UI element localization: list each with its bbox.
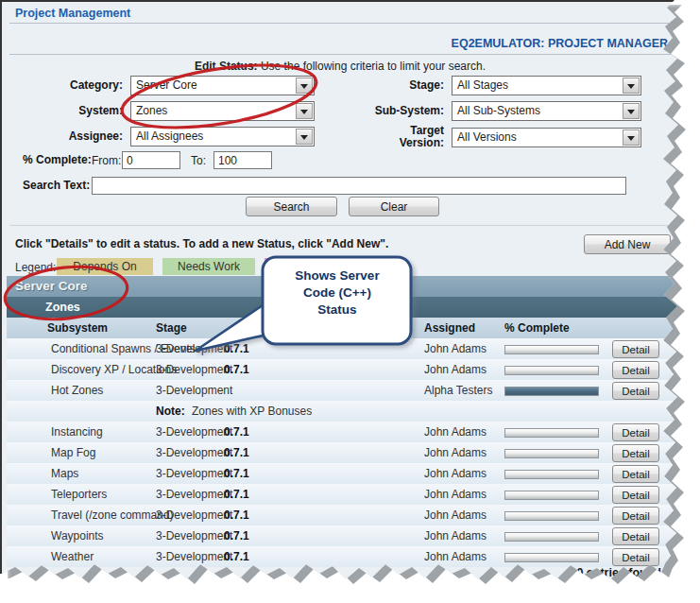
cell-version: 0.7.1 xyxy=(224,422,249,442)
table-row: Instancing 3-Development 0.7.1 John Adam… xyxy=(7,422,700,442)
chevron-down-icon[interactable] xyxy=(623,78,640,94)
stage-label: Stage: xyxy=(367,79,444,92)
table-row: Discovery XP / Locations 3-Development 0… xyxy=(7,359,700,380)
target-version-label: Target Version: xyxy=(367,125,444,149)
cell-version: 0.7.1 xyxy=(224,464,249,484)
cell-stage: 3-Development xyxy=(156,381,232,401)
progress-bar xyxy=(504,553,599,562)
cell-assigned: John Adams xyxy=(424,360,487,380)
clear-button[interactable]: Clear xyxy=(349,197,439,216)
edit-status-label: Edit Status: xyxy=(195,60,258,73)
table-row: Maps 3-Development 0.7.1 John Adams Deta… xyxy=(7,463,700,484)
category-value: Server Core xyxy=(136,77,197,95)
cell-subsystem: Map Fog xyxy=(51,443,95,463)
category-select[interactable]: Server Core xyxy=(130,76,315,95)
cell-stage: 3-Development xyxy=(156,464,232,484)
detail-button[interactable]: Detail xyxy=(612,423,659,441)
system-select[interactable]: Zones xyxy=(130,101,315,121)
table-row: Teleporters 3-Development 0.7.1 John Ada… xyxy=(7,484,700,505)
detail-button[interactable]: Detail xyxy=(612,507,659,525)
header-stage: Stage xyxy=(156,318,187,338)
chevron-down-icon[interactable] xyxy=(296,129,313,145)
divider xyxy=(9,23,675,24)
pct-to-input[interactable] xyxy=(213,151,272,169)
chevron-down-icon[interactable] xyxy=(623,129,640,146)
subsystem-value: All Sub-Systems xyxy=(457,102,540,120)
system-value: Zones xyxy=(136,102,167,120)
cell-subsystem: Instancing xyxy=(51,422,103,442)
header-subsystem: Subsystem xyxy=(47,318,108,338)
divider xyxy=(9,225,675,226)
detail-button[interactable]: Detail xyxy=(612,548,659,566)
cell-stage: 3-Development xyxy=(156,485,232,505)
detail-button[interactable]: Detail xyxy=(612,382,659,400)
progress-bar xyxy=(504,387,599,396)
target-version-select[interactable]: All Versions xyxy=(452,128,641,147)
detail-button[interactable]: Detail xyxy=(612,361,659,379)
cell-assigned: John Adams xyxy=(424,422,487,442)
cell-stage: 3-Development xyxy=(156,506,232,525)
progress-bar xyxy=(504,532,599,542)
cell-stage: 3-Development xyxy=(156,547,232,567)
search-button[interactable]: Search xyxy=(246,197,337,216)
cell-subsystem: Maps xyxy=(51,464,78,484)
cell-assigned: John Adams xyxy=(424,485,487,505)
category-group-title: Server Core xyxy=(15,276,88,297)
pct-from-input[interactable] xyxy=(122,151,180,169)
status-rows: Conditional Spawns / Events 3-Developmen… xyxy=(7,338,700,567)
system-label: System: xyxy=(21,105,123,117)
category-label: Category: xyxy=(21,79,123,92)
header-pct: % Complete xyxy=(504,318,570,338)
cell-assigned: John Adams xyxy=(424,506,487,525)
cell-version: 0.7.1 xyxy=(224,339,249,359)
progress-bar xyxy=(504,449,599,458)
stage-select[interactable]: All Stages xyxy=(452,76,641,95)
page: Project Management EQ2EMULATOR: PROJECT … xyxy=(0,0,700,603)
chevron-down-icon[interactable] xyxy=(296,78,313,94)
note-row: Note:Zones with XP Bonuses xyxy=(7,401,700,422)
table-row: Travel (/zone command) 3-Development 0.7… xyxy=(7,505,700,525)
subsystem-select[interactable]: All Sub-Systems xyxy=(452,101,641,121)
detail-button[interactable]: Detail xyxy=(612,340,659,358)
cell-version: 0.7.1 xyxy=(224,506,249,525)
pct-complete-label: % Complete: xyxy=(23,154,92,166)
chevron-down-icon[interactable] xyxy=(296,103,313,119)
cell-stage: 3-Development xyxy=(156,422,232,442)
search-text-label: Search Text: xyxy=(23,180,90,192)
detail-button[interactable]: Detail xyxy=(612,465,659,483)
assignee-select[interactable]: All Assignees xyxy=(130,127,315,146)
detail-button[interactable]: Detail xyxy=(612,527,659,545)
system-group-title: Zones xyxy=(45,297,80,318)
detail-button[interactable]: Detail xyxy=(612,444,659,462)
cell-stage: 3-Development xyxy=(156,360,232,380)
search-text-input[interactable] xyxy=(92,177,626,195)
cell-version: 0.7.1 xyxy=(224,443,249,463)
table-row: Hot Zones 3-Development Alpha Testers De… xyxy=(7,380,700,401)
cell-assigned: John Adams xyxy=(424,547,487,567)
add-new-button[interactable]: Add New xyxy=(584,234,671,254)
progress-bar xyxy=(504,470,599,479)
cell-version: 0.7.1 xyxy=(224,360,249,380)
target-version-value: All Versions xyxy=(457,129,517,146)
cell-version: 0.7.1 xyxy=(224,485,249,505)
assignee-value: All Assignees xyxy=(136,128,203,146)
progress-bar xyxy=(504,345,599,354)
legend-needs-work: Needs Work xyxy=(162,258,255,275)
progress-fill xyxy=(505,388,598,395)
screenshot: Project Management EQ2EMULATOR: PROJECT … xyxy=(0,0,700,603)
detail-button[interactable]: Detail xyxy=(612,486,659,504)
stage-value: All Stages xyxy=(457,77,508,95)
system-group-bar: Zones xyxy=(7,297,700,318)
chevron-down-icon[interactable] xyxy=(623,103,640,119)
progress-bar xyxy=(504,511,599,521)
cell-stage: 3-Development xyxy=(156,339,232,359)
cell-subsystem: Waypoints xyxy=(51,526,104,546)
progress-bar xyxy=(504,366,599,375)
category-group-bar: Server Core xyxy=(7,276,700,297)
cell-stage: 3-Development xyxy=(156,526,232,546)
cell-subsystem: Hot Zones xyxy=(51,381,103,401)
subsystem-label: Sub-System: xyxy=(367,105,444,117)
from-label: From: xyxy=(92,154,121,167)
cell-subsystem: Weather xyxy=(51,547,94,567)
cell-assigned: John Adams xyxy=(424,526,487,546)
